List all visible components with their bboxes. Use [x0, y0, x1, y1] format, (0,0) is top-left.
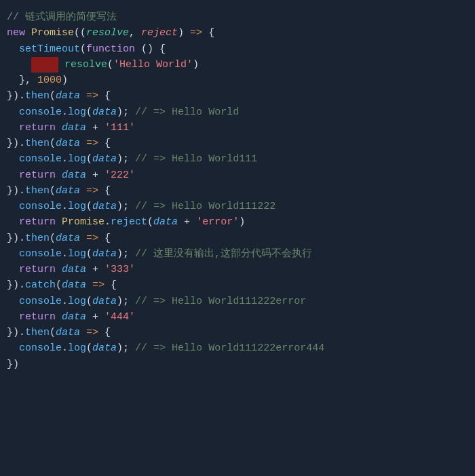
paren-close: ) — [178, 25, 190, 41]
line-21: console.log(data); // => Hello World1112… — [7, 340, 468, 356]
str-333: '333' — [104, 262, 135, 277]
indent-13 — [7, 214, 19, 230]
log-6: log — [68, 340, 86, 356]
line-5: }).then(data => { — [7, 88, 468, 104]
line-4: }, 1000) — [7, 73, 468, 88]
log-5: log — [68, 294, 86, 309]
line-18: console.log(data); // => Hello World1112… — [7, 294, 468, 309]
sp-2 — [80, 136, 86, 151]
log-3: log — [68, 199, 86, 214]
paren-then-3: ( — [50, 183, 56, 199]
line-9: console.log(data); // => Hello World111 — [7, 151, 468, 167]
indent-3 — [7, 57, 31, 73]
console-4: console — [19, 246, 62, 262]
brace-open-1: { — [202, 25, 214, 41]
param-data-3: data — [56, 183, 80, 199]
comment-2: // => Hello World111 — [135, 151, 257, 167]
indent-19 — [7, 309, 19, 325]
line-17: }).catch(data => { — [7, 277, 468, 293]
param-reject: reject — [141, 25, 178, 41]
paren-then-4: ( — [50, 231, 56, 246]
fn-then-5: then — [25, 325, 50, 340]
line-15: console.log(data); // 这里没有输出,这部分代码不会执行 — [7, 246, 468, 262]
comment-3: // => Hello World111222 — [135, 199, 276, 214]
data-ref-5: data — [92, 294, 117, 309]
arrow-5: => — [86, 231, 98, 246]
paren-resolve: ( — [107, 57, 113, 73]
dot-6: . — [62, 340, 68, 356]
line-3: resolve('Hello World') — [7, 57, 468, 73]
indent-9 — [7, 151, 19, 167]
line-19: return data + '444' — [7, 309, 468, 325]
param-data-1: data — [56, 88, 80, 104]
brace-then-4: { — [98, 231, 111, 246]
arrow-1: => — [190, 25, 202, 41]
comment-slash: // — [7, 9, 25, 25]
str-hello: 'Hello World' — [113, 57, 193, 73]
paren-2: ( — [80, 41, 86, 57]
log-2: log — [68, 151, 86, 167]
close-17: }). — [7, 277, 25, 293]
line-2: setTimeout(function () { — [7, 41, 468, 57]
kw-return-2: return — [19, 167, 62, 183]
comma: , — [129, 25, 141, 41]
highlight-block — [31, 57, 58, 73]
kw-return-5: return — [19, 309, 62, 325]
paren-log-5: ( — [86, 294, 92, 309]
paren-open: (( — [74, 25, 86, 41]
close-log-6: ); — [117, 340, 135, 356]
line-22: }) — [7, 357, 468, 372]
kw-return-4: return — [19, 262, 62, 277]
indent-4 — [7, 73, 19, 88]
data-ref-2b: data — [62, 167, 86, 183]
console-2: console — [19, 151, 62, 167]
line-20: }).then(data => { — [7, 325, 468, 340]
close-11: }). — [7, 183, 25, 199]
indent-12 — [7, 199, 19, 214]
paren-log-4: ( — [86, 246, 92, 262]
console-6: console — [19, 340, 62, 356]
line-14: }).then(data => { — [7, 231, 468, 246]
log-4: log — [68, 246, 86, 262]
close-reject: ) — [239, 214, 245, 230]
plus-3: + — [178, 214, 196, 230]
kw-return-1: return — [19, 120, 62, 136]
str-444: '444' — [104, 309, 135, 325]
param-data-2: data — [56, 136, 80, 151]
close-paren-4: ) — [62, 73, 68, 88]
line-6: console.log(data); // => Hello World — [7, 104, 468, 120]
fn-parens: () { — [135, 41, 166, 57]
data-ref-5b: data — [62, 309, 86, 325]
kw-return-3: return — [19, 214, 62, 230]
comment-4: // 这里没有输出,这部分代码不会执行 — [135, 246, 312, 262]
code-editor: // 链式调用的简便写法 new Promise((resolve, rejec… — [0, 0, 475, 476]
arrow-4: => — [86, 183, 98, 199]
fn-then-1: then — [25, 88, 50, 104]
line-1: new Promise((resolve, reject) => { — [7, 25, 468, 41]
class-promise-2: Promise — [62, 214, 104, 230]
console-5: console — [19, 294, 62, 309]
close-log-1: ); — [117, 104, 135, 120]
indent-7 — [7, 120, 19, 136]
num-1000: 1000 — [37, 73, 62, 88]
param-data-5: data — [62, 277, 86, 293]
close-14: }). — [7, 231, 25, 246]
dot-2: . — [62, 151, 68, 167]
fn-resolve: resolve — [64, 57, 107, 73]
indent-18 — [7, 294, 19, 309]
brace-then-1: { — [98, 88, 111, 104]
data-ref-3: data — [92, 199, 117, 214]
line-7: return data + '111' — [7, 120, 468, 136]
console-1: console — [19, 104, 62, 120]
brace-catch: { — [104, 277, 117, 293]
param-resolve: resolve — [86, 25, 129, 41]
close-log-3: ); — [117, 199, 135, 214]
dot-1: . — [62, 104, 68, 120]
paren-log-3: ( — [86, 199, 92, 214]
paren-log-1: ( — [86, 104, 92, 120]
str-111: '111' — [104, 120, 135, 136]
dot-promise: . — [104, 214, 111, 230]
line-8: }).then(data => { — [7, 136, 468, 151]
brace-then-5: { — [98, 325, 111, 340]
close-8: }). — [7, 136, 25, 151]
